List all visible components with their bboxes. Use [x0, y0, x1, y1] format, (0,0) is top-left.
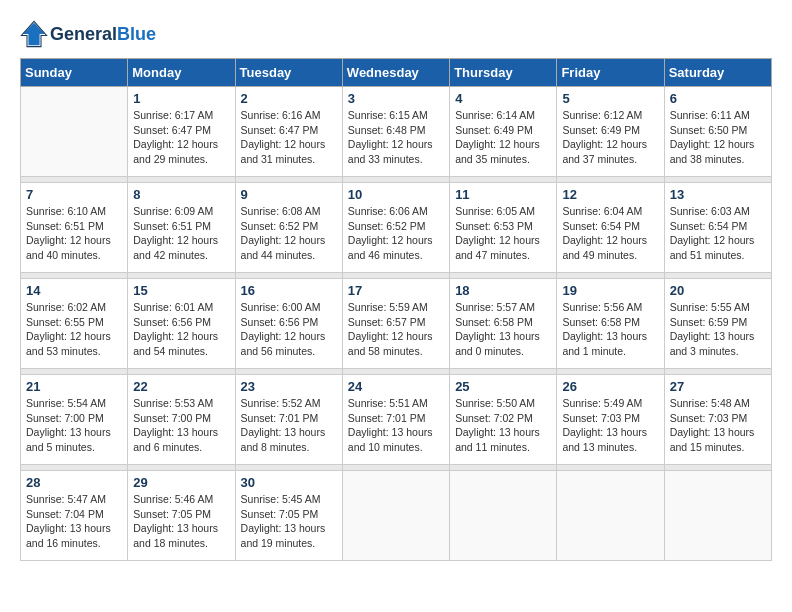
weekday-header-friday: Friday — [557, 59, 664, 87]
calendar-cell: 14Sunrise: 6:02 AM Sunset: 6:55 PM Dayli… — [21, 279, 128, 369]
calendar-cell: 7Sunrise: 6:10 AM Sunset: 6:51 PM Daylig… — [21, 183, 128, 273]
day-info: Sunrise: 5:56 AM Sunset: 6:58 PM Dayligh… — [562, 300, 658, 359]
page-container: GeneralBlue SundayMondayTuesdayWednesday… — [0, 0, 792, 571]
calendar-cell: 27Sunrise: 5:48 AM Sunset: 7:03 PM Dayli… — [664, 375, 771, 465]
day-number: 12 — [562, 187, 658, 202]
weekday-header-row: SundayMondayTuesdayWednesdayThursdayFrid… — [21, 59, 772, 87]
calendar-cell: 3Sunrise: 6:15 AM Sunset: 6:48 PM Daylig… — [342, 87, 449, 177]
calendar-cell: 20Sunrise: 5:55 AM Sunset: 6:59 PM Dayli… — [664, 279, 771, 369]
day-info: Sunrise: 6:15 AM Sunset: 6:48 PM Dayligh… — [348, 108, 444, 167]
day-number: 4 — [455, 91, 551, 106]
day-info: Sunrise: 6:09 AM Sunset: 6:51 PM Dayligh… — [133, 204, 229, 263]
calendar-cell — [21, 87, 128, 177]
day-info: Sunrise: 6:03 AM Sunset: 6:54 PM Dayligh… — [670, 204, 766, 263]
calendar-cell: 30Sunrise: 5:45 AM Sunset: 7:05 PM Dayli… — [235, 471, 342, 561]
day-number: 7 — [26, 187, 122, 202]
calendar-cell: 29Sunrise: 5:46 AM Sunset: 7:05 PM Dayli… — [128, 471, 235, 561]
weekday-header-saturday: Saturday — [664, 59, 771, 87]
day-number: 23 — [241, 379, 337, 394]
weekday-header-wednesday: Wednesday — [342, 59, 449, 87]
day-number: 21 — [26, 379, 122, 394]
calendar-cell: 9Sunrise: 6:08 AM Sunset: 6:52 PM Daylig… — [235, 183, 342, 273]
day-number: 14 — [26, 283, 122, 298]
day-info: Sunrise: 6:11 AM Sunset: 6:50 PM Dayligh… — [670, 108, 766, 167]
calendar-cell — [664, 471, 771, 561]
day-number: 8 — [133, 187, 229, 202]
day-number: 29 — [133, 475, 229, 490]
day-info: Sunrise: 6:02 AM Sunset: 6:55 PM Dayligh… — [26, 300, 122, 359]
day-number: 26 — [562, 379, 658, 394]
weekday-header-thursday: Thursday — [450, 59, 557, 87]
header: GeneralBlue — [20, 20, 772, 48]
calendar-cell: 4Sunrise: 6:14 AM Sunset: 6:49 PM Daylig… — [450, 87, 557, 177]
week-row-5: 28Sunrise: 5:47 AM Sunset: 7:04 PM Dayli… — [21, 471, 772, 561]
day-info: Sunrise: 6:10 AM Sunset: 6:51 PM Dayligh… — [26, 204, 122, 263]
week-row-3: 14Sunrise: 6:02 AM Sunset: 6:55 PM Dayli… — [21, 279, 772, 369]
day-number: 2 — [241, 91, 337, 106]
day-number: 24 — [348, 379, 444, 394]
day-number: 19 — [562, 283, 658, 298]
week-row-2: 7Sunrise: 6:10 AM Sunset: 6:51 PM Daylig… — [21, 183, 772, 273]
day-number: 9 — [241, 187, 337, 202]
week-row-1: 1Sunrise: 6:17 AM Sunset: 6:47 PM Daylig… — [21, 87, 772, 177]
day-info: Sunrise: 5:45 AM Sunset: 7:05 PM Dayligh… — [241, 492, 337, 551]
day-info: Sunrise: 5:50 AM Sunset: 7:02 PM Dayligh… — [455, 396, 551, 455]
day-info: Sunrise: 5:51 AM Sunset: 7:01 PM Dayligh… — [348, 396, 444, 455]
calendar-cell: 24Sunrise: 5:51 AM Sunset: 7:01 PM Dayli… — [342, 375, 449, 465]
day-number: 16 — [241, 283, 337, 298]
calendar-cell: 19Sunrise: 5:56 AM Sunset: 6:58 PM Dayli… — [557, 279, 664, 369]
day-info: Sunrise: 5:59 AM Sunset: 6:57 PM Dayligh… — [348, 300, 444, 359]
calendar-cell: 8Sunrise: 6:09 AM Sunset: 6:51 PM Daylig… — [128, 183, 235, 273]
day-info: Sunrise: 5:47 AM Sunset: 7:04 PM Dayligh… — [26, 492, 122, 551]
day-info: Sunrise: 6:01 AM Sunset: 6:56 PM Dayligh… — [133, 300, 229, 359]
logo-text: GeneralBlue — [50, 24, 156, 45]
day-info: Sunrise: 5:57 AM Sunset: 6:58 PM Dayligh… — [455, 300, 551, 359]
day-info: Sunrise: 6:04 AM Sunset: 6:54 PM Dayligh… — [562, 204, 658, 263]
calendar-cell: 18Sunrise: 5:57 AM Sunset: 6:58 PM Dayli… — [450, 279, 557, 369]
weekday-header-tuesday: Tuesday — [235, 59, 342, 87]
calendar-cell: 28Sunrise: 5:47 AM Sunset: 7:04 PM Dayli… — [21, 471, 128, 561]
calendar-cell: 26Sunrise: 5:49 AM Sunset: 7:03 PM Dayli… — [557, 375, 664, 465]
calendar-cell — [450, 471, 557, 561]
weekday-header-sunday: Sunday — [21, 59, 128, 87]
day-info: Sunrise: 6:06 AM Sunset: 6:52 PM Dayligh… — [348, 204, 444, 263]
day-number: 3 — [348, 91, 444, 106]
calendar-cell — [342, 471, 449, 561]
calendar-cell: 2Sunrise: 6:16 AM Sunset: 6:47 PM Daylig… — [235, 87, 342, 177]
day-info: Sunrise: 6:16 AM Sunset: 6:47 PM Dayligh… — [241, 108, 337, 167]
calendar-cell: 13Sunrise: 6:03 AM Sunset: 6:54 PM Dayli… — [664, 183, 771, 273]
week-row-4: 21Sunrise: 5:54 AM Sunset: 7:00 PM Dayli… — [21, 375, 772, 465]
svg-marker-0 — [23, 23, 45, 45]
day-number: 20 — [670, 283, 766, 298]
calendar-cell: 23Sunrise: 5:52 AM Sunset: 7:01 PM Dayli… — [235, 375, 342, 465]
calendar-cell: 15Sunrise: 6:01 AM Sunset: 6:56 PM Dayli… — [128, 279, 235, 369]
calendar-cell: 1Sunrise: 6:17 AM Sunset: 6:47 PM Daylig… — [128, 87, 235, 177]
day-number: 27 — [670, 379, 766, 394]
day-info: Sunrise: 5:54 AM Sunset: 7:00 PM Dayligh… — [26, 396, 122, 455]
day-info: Sunrise: 6:12 AM Sunset: 6:49 PM Dayligh… — [562, 108, 658, 167]
day-number: 18 — [455, 283, 551, 298]
logo: GeneralBlue — [20, 20, 156, 48]
calendar-cell: 11Sunrise: 6:05 AM Sunset: 6:53 PM Dayli… — [450, 183, 557, 273]
calendar-cell: 5Sunrise: 6:12 AM Sunset: 6:49 PM Daylig… — [557, 87, 664, 177]
day-info: Sunrise: 6:14 AM Sunset: 6:49 PM Dayligh… — [455, 108, 551, 167]
day-number: 1 — [133, 91, 229, 106]
calendar-cell: 10Sunrise: 6:06 AM Sunset: 6:52 PM Dayli… — [342, 183, 449, 273]
day-number: 30 — [241, 475, 337, 490]
calendar-cell: 22Sunrise: 5:53 AM Sunset: 7:00 PM Dayli… — [128, 375, 235, 465]
day-number: 13 — [670, 187, 766, 202]
calendar-table: SundayMondayTuesdayWednesdayThursdayFrid… — [20, 58, 772, 561]
weekday-header-monday: Monday — [128, 59, 235, 87]
day-number: 28 — [26, 475, 122, 490]
day-number: 11 — [455, 187, 551, 202]
day-number: 10 — [348, 187, 444, 202]
day-number: 22 — [133, 379, 229, 394]
calendar-cell: 25Sunrise: 5:50 AM Sunset: 7:02 PM Dayli… — [450, 375, 557, 465]
calendar-cell: 21Sunrise: 5:54 AM Sunset: 7:00 PM Dayli… — [21, 375, 128, 465]
day-info: Sunrise: 5:53 AM Sunset: 7:00 PM Dayligh… — [133, 396, 229, 455]
day-info: Sunrise: 5:46 AM Sunset: 7:05 PM Dayligh… — [133, 492, 229, 551]
day-info: Sunrise: 6:05 AM Sunset: 6:53 PM Dayligh… — [455, 204, 551, 263]
logo-icon — [20, 20, 48, 48]
day-number: 6 — [670, 91, 766, 106]
day-info: Sunrise: 6:17 AM Sunset: 6:47 PM Dayligh… — [133, 108, 229, 167]
